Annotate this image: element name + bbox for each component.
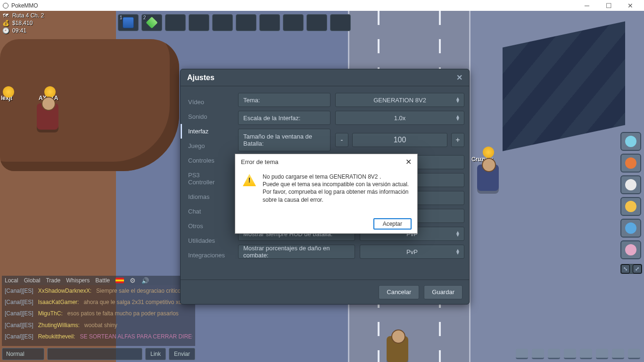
party-sidebar: ⤡ ⤢ [620, 132, 642, 274]
chat-tab-whispers[interactable]: Whispers [66, 277, 90, 284]
party-slot[interactable] [620, 219, 641, 238]
hud-panel: 🗺Ruta 4 Ch. 2 💰$18,410 🕘09:41 [2, 12, 44, 35]
chat-log[interactable]: [Canal][ES] XxShadowDarknexX: Siempre sa… [2, 285, 195, 346]
chat-sound-icon[interactable] [141, 277, 149, 284]
chat-tab-local[interactable]: Local [5, 277, 18, 284]
setting-dropdown-scale[interactable]: 1.0x▲▼ [335, 111, 464, 125]
chat-tab-trade[interactable]: Trade [46, 277, 60, 284]
tray-trainer-icon[interactable] [580, 349, 592, 359]
hotbar-slot-2[interactable]: 2 [141, 14, 162, 31]
money-icon: 💰 [2, 20, 9, 26]
settings-category-juego[interactable]: Juego [181, 139, 233, 153]
hotbar-slot[interactable] [165, 14, 186, 31]
settings-category-utilidades[interactable]: Utilidades [181, 233, 233, 248]
companion-sprite [483, 147, 494, 158]
modal-title: Error de tema [241, 158, 278, 165]
settings-sidebar: VídeoSonidoInterfazJuegoControlesPS3 Con… [181, 86, 233, 280]
chat-input[interactable] [47, 348, 142, 360]
npc-sprite[interactable] [387, 336, 408, 362]
language-flag-icon[interactable] [116, 278, 124, 283]
party-expand-button[interactable]: ⤢ [633, 264, 642, 273]
hotbar-slot[interactable] [212, 14, 233, 31]
settings-title: Ajustes [187, 74, 215, 82]
settings-category-integraciones[interactable]: Integraciones [181, 248, 233, 263]
app-icon [3, 3, 8, 8]
settings-category-chat[interactable]: Chat [181, 204, 233, 219]
chat-send-button[interactable]: Enviar [169, 348, 195, 360]
warning-icon [243, 174, 256, 186]
modal-accept-button[interactable]: Aceptar [373, 218, 412, 230]
player-sprite[interactable] [37, 103, 58, 130]
setting-label-scale: Escala de la Interfaz: [238, 111, 330, 125]
chat-message: [Canal][ES] IsaacKatGamer: ahora que le … [5, 298, 192, 306]
player-sprite[interactable] [477, 165, 499, 191]
chat-settings-icon[interactable] [130, 277, 136, 284]
stepper-value[interactable]: 100 [352, 133, 447, 147]
settings-category-ps3-controller[interactable]: PS3 Controller [181, 168, 233, 189]
chat-message: [Canal][ES] ZhutingWilliams: woobat shin… [5, 321, 192, 329]
hotbar-slot[interactable] [189, 14, 209, 31]
save-button[interactable]: Guardar [424, 285, 462, 299]
chat-tabs: Local Global Trade Whispers Battle [2, 276, 195, 285]
chat-tab-battle[interactable]: Battle [95, 277, 110, 284]
chat-panel: Local Global Trade Whispers Battle [Cana… [2, 276, 195, 360]
setting-label-theme: Tema: [238, 93, 330, 107]
window-maximize-button[interactable]: ☐ [598, 0, 619, 11]
cancel-button[interactable]: Cancelar [379, 285, 419, 299]
os-titlebar: PokeMMO ─ ☐ ✕ [0, 0, 644, 11]
companion-sprite [3, 86, 14, 98]
app-title: PokeMMO [11, 2, 38, 9]
clock-icon: 🕘 [2, 27, 9, 34]
hud-location: Ruta 4 Ch. 2 [12, 12, 44, 19]
tray-social-icon[interactable] [596, 349, 608, 359]
hud-money: $18,410 [12, 20, 33, 26]
bottom-tray [516, 349, 640, 359]
tray-bag-icon[interactable] [516, 349, 528, 359]
hotbar-slot[interactable] [330, 14, 351, 31]
tray-ball-icon[interactable] [564, 349, 576, 359]
hotbar-slot[interactable] [306, 14, 327, 31]
tray-settings-icon[interactable] [628, 349, 640, 359]
setting-label-damage-pct: Mostrar porcentajes de daño en combate: [238, 245, 355, 259]
party-collapse-button[interactable]: ⤡ [621, 264, 630, 273]
hotbar-slot[interactable] [259, 14, 280, 31]
tray-mail-icon[interactable] [612, 349, 624, 359]
map-icon: 🗺 [2, 12, 9, 19]
party-slot[interactable] [620, 240, 641, 259]
stepper-minus-button[interactable]: - [335, 133, 348, 147]
hotbar-slot[interactable] [236, 14, 256, 31]
chat-channel-select[interactable]: Normal [2, 348, 44, 360]
hotbar: 1 2 [118, 14, 351, 31]
party-slot[interactable] [620, 132, 641, 151]
settings-close-button[interactable]: ✕ [456, 73, 462, 82]
hotbar-slot[interactable] [283, 14, 304, 31]
window-close-button[interactable]: ✕ [619, 0, 641, 11]
stepper-plus-button[interactable]: + [451, 133, 464, 147]
steel-pipes-decor [503, 21, 625, 151]
settings-category-vídeo[interactable]: Vídeo [181, 95, 233, 109]
window-minimize-button[interactable]: ─ [576, 0, 598, 11]
setting-label-battle-window: Tamaño de la ventana de Batalla: [238, 129, 330, 151]
setting-dropdown-damage-pct[interactable]: PvP▲▼ [360, 245, 464, 259]
modal-close-button[interactable]: ✕ [405, 157, 412, 166]
chat-link-button[interactable]: Link [145, 348, 166, 360]
chat-message: [Canal][ES] MiguThC: esos patos te falta… [5, 310, 192, 317]
party-slot[interactable] [620, 197, 641, 216]
party-slot[interactable] [620, 154, 641, 173]
party-slot[interactable] [620, 175, 641, 194]
settings-category-idiomas[interactable]: Idiomas [181, 189, 233, 204]
settings-category-controles[interactable]: Controles [181, 153, 233, 168]
settings-category-interfaz[interactable]: Interfaz [181, 124, 233, 139]
tray-dex-icon[interactable] [532, 349, 544, 359]
setting-dropdown-theme[interactable]: GENERATION 8V2▲▼ [335, 93, 464, 107]
settings-category-sonido[interactable]: Sonido [181, 109, 233, 124]
hotbar-slot-1[interactable]: 1 [118, 14, 139, 31]
tray-box-icon[interactable] [548, 349, 560, 359]
chat-tab-global[interactable]: Global [24, 277, 41, 284]
modal-message: No pudo cargarse el tema GENERATION 8V2 … [263, 173, 410, 211]
settings-category-otros[interactable]: Otros [181, 219, 233, 233]
rocks-decor [0, 39, 179, 171]
chat-message: [Canal][ES] Rebukittheveil: SE SORTEAN A… [5, 333, 192, 340]
gem-icon [146, 16, 157, 28]
book-icon [123, 17, 134, 28]
